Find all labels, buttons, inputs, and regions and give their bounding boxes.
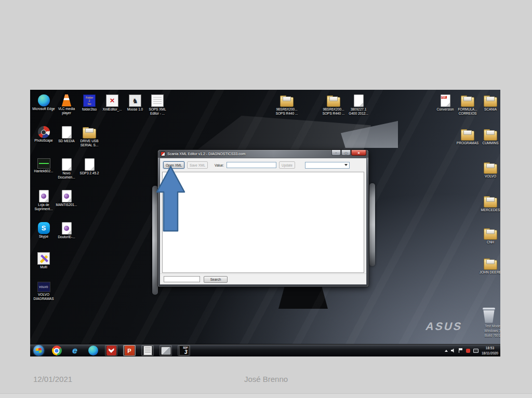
folder-icon [484, 198, 497, 208]
desktop-icon[interactable]: VOLVO DIAGRAMAS [32, 282, 55, 300]
taskbar-internet-explorer-button[interactable] [69, 345, 81, 356]
desktop-icon-label: Multi [32, 265, 55, 269]
vlc-icon [61, 94, 72, 106]
internet-explorer-icon [72, 346, 77, 355]
clock-time: 18:53 [482, 346, 498, 350]
desktop-icon-label: CNH [479, 240, 500, 244]
desktop-icon[interactable]: DRIVE USB SERIAL S... [78, 126, 101, 147]
desktop-icon[interactable]: Conversion [434, 94, 457, 112]
taskbar-items [30, 345, 190, 356]
alert-badge-icon[interactable] [466, 349, 470, 353]
desktop-icon[interactable]: Novo Documen... [55, 158, 78, 179]
folder-icon [280, 97, 294, 107]
desktop-icon[interactable]: 9BSR6X200... SOPS R440 ... [322, 94, 345, 115]
maximize-button[interactable]: ▢ [341, 150, 351, 156]
taskbar-app-box-button[interactable] [159, 345, 172, 356]
sops-icon [151, 94, 164, 107]
volume-icon[interactable] [451, 349, 456, 353]
desktop-icon[interactable]: SDP3 2.45.2 [78, 158, 101, 175]
folder-icon [461, 131, 474, 141]
taskbar-powerpoint-button[interactable] [123, 345, 136, 356]
desktop-icon[interactable]: Microsoft Edge [32, 94, 55, 111]
desktop-icon[interactable]: FORMULA... CORREIOS [456, 94, 479, 115]
taskbar: 18:53 18/11/2020 [30, 344, 500, 356]
desktop-icon[interactable]: SOPS XML Editor - ... [146, 94, 169, 115]
desktop-icon-label: VLC media player [55, 107, 78, 115]
xmleditor-icon [106, 94, 118, 107]
desktop-icon[interactable]: Hantek602... [32, 158, 55, 173]
doc-icon [62, 158, 72, 171]
desktop-icon[interactable]: CUMMINS [479, 128, 500, 145]
desktop-icon[interactable]: MERCEDES [479, 195, 500, 212]
taskbar-sdp3-button[interactable] [178, 345, 190, 356]
window-body: Open XML Save XML Value: Update Search [159, 158, 367, 285]
action-center-icon[interactable] [459, 348, 463, 353]
xml-content-area[interactable] [162, 172, 364, 273]
desktop-icon[interactable]: SCANIA [479, 94, 500, 112]
search-button[interactable]: Search [204, 276, 228, 283]
tray-app-icon[interactable] [473, 349, 478, 353]
desktop-icon-label: VOLVO [479, 174, 500, 179]
desktop-icon[interactable]: CNH [479, 227, 500, 244]
taskbar-start-button[interactable] [32, 345, 45, 356]
desktop-icon[interactable]: 3809227.1 G400 2012... [347, 94, 370, 115]
presentation-slide: ASUS Test Mode Windows 7 Build 7601 Micr… [0, 0, 532, 398]
multi-icon [37, 252, 50, 265]
desktop-icon-label: Novo Documen... [55, 171, 78, 179]
taskbar-app-red-button[interactable] [105, 345, 117, 356]
taskbar-chrome-button[interactable] [50, 345, 63, 356]
app-notes-icon [143, 346, 152, 355]
desktop-icon-label: Hantek602... [32, 169, 55, 173]
desktop-icon[interactable]: 9BSR6X200... SOPS R440 ... [275, 94, 298, 115]
folder-icon [484, 164, 497, 174]
desktop-icon-label: Skype [32, 235, 55, 239]
desktop-icon[interactable]: Skype [32, 222, 55, 239]
value-input[interactable] [227, 162, 276, 168]
desktop-icon-label: 9BSR6X200... SOPS R440 ... [322, 107, 345, 115]
desktop-icon[interactable]: folder2iso [78, 94, 101, 112]
taskbar-edge-button[interactable] [87, 345, 99, 356]
desktop-icon[interactable]: Loja de Supriment... [32, 190, 55, 211]
desktop-icon[interactable]: SD MEDIA [55, 126, 78, 143]
volvodiag-icon [37, 282, 50, 292]
desktop-icon[interactable]: Moose 1.0 [124, 94, 147, 112]
search-input[interactable] [164, 276, 200, 282]
value-label: Value: [215, 163, 224, 167]
update-button[interactable]: Update [279, 161, 295, 169]
close-button[interactable]: ✕ [351, 150, 366, 156]
sdp3-icon [179, 346, 189, 355]
window-caption-buttons: – ▢ ✕ [331, 150, 366, 156]
desktop-icon-label: SDP3 2.45.2 [78, 171, 101, 175]
hantek-icon [37, 158, 50, 169]
desktop-icon-label: JOHN DEERE [479, 270, 500, 275]
folder-icon [83, 129, 96, 139]
desktop-icon[interactable]: Multi [32, 252, 55, 269]
save-xml-button[interactable]: Save XML [187, 161, 208, 169]
app-icon [161, 152, 165, 156]
desktop-icon[interactable]: PhotoScape [32, 126, 55, 143]
selection-dropdown[interactable] [305, 162, 350, 169]
desktop-icon[interactable]: VLC media player [55, 94, 78, 115]
app-box-icon [161, 347, 171, 355]
desktop-icon[interactable]: JOHN DEERE [479, 257, 500, 275]
taskbar-app-notes-button[interactable] [141, 345, 154, 356]
desktop-icon[interactable]: XmlEditor_... [101, 94, 124, 112]
minimize-button[interactable]: – [331, 150, 341, 156]
desktop-icon[interactable]: MANTIS201... [55, 190, 78, 207]
mdoc-icon [62, 190, 72, 202]
folder-icon [327, 97, 340, 107]
desktop-icon-label: SD MEDIA [55, 139, 78, 143]
taskbar-clock[interactable]: 18:53 18/11/2020 [482, 346, 498, 355]
skype-icon [38, 222, 50, 234]
windows-desktop: ASUS Test Mode Windows 7 Build 7601 Micr… [30, 90, 500, 356]
desktop-icon[interactable]: DoutorIE-... [55, 222, 78, 239]
hidden-icons-icon[interactable] [445, 350, 448, 352]
scania-xml-editor-window[interactable]: Scania XML Editor v1.2 - DIAGNOSTICS33.c… [157, 149, 369, 287]
desktop-icon-label: Conversion [434, 107, 457, 112]
desktop-icon-label: CUMMINS [479, 141, 500, 145]
mdoc-icon [39, 190, 49, 202]
window-search-bar: Search [160, 273, 366, 284]
desktop-icon[interactable]: PROGRAMAS [456, 128, 479, 145]
desktop-icon-label: VOLVO DIAGRAMAS [32, 293, 55, 300]
desktop-icon[interactable]: VOLVO [479, 161, 500, 179]
